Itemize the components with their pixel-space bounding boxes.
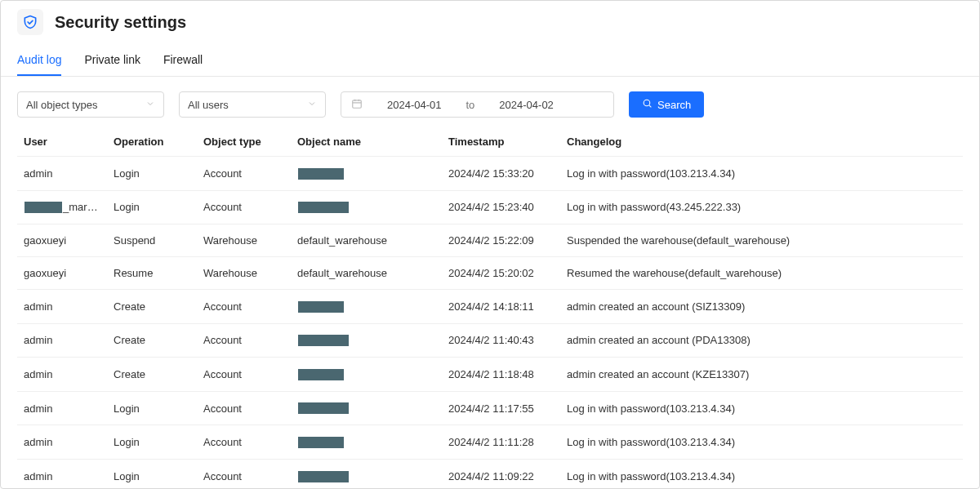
table-row: adminCreateAccount2024/4/2 14:18:11admin… (17, 290, 963, 324)
tab-audit-log[interactable]: Audit log (17, 47, 61, 76)
cell-object-name (291, 157, 442, 191)
cell-operation: Login (107, 190, 197, 224)
col-header-object-type: Object type (197, 126, 291, 157)
cell-changelog: admin created an account (PDA13308) (560, 323, 963, 358)
page-header: Security settings (1, 1, 979, 35)
cell-object-type: Account (197, 459, 291, 489)
cell-user-suffix: _mark... (63, 201, 101, 213)
cell-operation: Resume (107, 257, 197, 290)
cell-user: admin (17, 157, 107, 191)
col-header-changelog: Changelog (560, 126, 963, 157)
cell-timestamp: 2024/4/2 15:20:02 (442, 257, 560, 290)
cell-timestamp: 2024/4/2 15:23:40 (442, 190, 560, 224)
col-header-object-name: Object name (291, 126, 442, 157)
cell-object-type: Warehouse (197, 257, 291, 290)
cell-changelog: admin created an account (SIZ13309) (560, 290, 963, 324)
cell-object-type: Account (197, 425, 291, 460)
cell-object-name (291, 323, 442, 358)
table-row: _mark...LoginAccount2024/4/2 15:23:40Log… (17, 190, 963, 224)
cell-operation: Create (107, 290, 197, 324)
cell-object-type: Warehouse (197, 224, 291, 257)
cell-operation: Login (107, 425, 197, 460)
date-range-start: 2024-04-01 (387, 99, 442, 111)
cell-changelog: Suspended the warehouse(default_warehous… (560, 224, 963, 257)
cell-timestamp: 2024/4/2 11:18:48 (442, 358, 560, 392)
cell-user: admin (17, 358, 107, 392)
cell-changelog: Log in with password(43.245.222.33) (560, 190, 963, 224)
cell-object-name (291, 190, 442, 224)
table-header-row: User Operation Object type Object name T… (17, 126, 963, 157)
redacted-block (297, 201, 350, 214)
chevron-down-icon (307, 99, 317, 111)
cell-changelog: Resumed the warehouse(default_warehouse) (560, 257, 963, 290)
col-header-operation: Operation (107, 126, 197, 157)
search-button-label: Search (657, 99, 691, 111)
tab-firewall[interactable]: Firewall (163, 47, 203, 76)
cell-timestamp: 2024/4/2 15:22:09 (442, 224, 560, 257)
redacted-block (297, 334, 350, 347)
cell-object-type: Account (197, 358, 291, 392)
search-button[interactable]: Search (629, 91, 704, 118)
cell-changelog: admin created an account (KZE13307) (560, 358, 963, 392)
table-row: gaoxueyiResumeWarehousedefault_warehouse… (17, 257, 963, 290)
cell-timestamp: 2024/4/2 11:17:55 (442, 391, 560, 425)
tab-private-link[interactable]: Private link (84, 47, 140, 76)
cell-user: _mark... (17, 190, 107, 224)
cell-object-name: default_warehouse (291, 224, 442, 257)
cell-operation: Create (107, 323, 197, 358)
page-title: Security settings (55, 13, 186, 32)
svg-line-5 (649, 105, 651, 107)
cell-object-name (291, 290, 442, 324)
redacted-block (297, 167, 345, 180)
tabs: Audit log Private link Firewall (1, 35, 979, 77)
cell-operation: Login (107, 391, 197, 425)
cell-object-type: Account (197, 190, 291, 224)
cell-changelog: Log in with password(103.213.4.34) (560, 391, 963, 425)
table-row: adminLoginAccount2024/4/2 15:33:20Log in… (17, 157, 963, 191)
cell-object-name (291, 459, 442, 489)
redacted-block (24, 201, 63, 214)
filter-user-select[interactable]: All users (179, 91, 326, 118)
cell-object-type: Account (197, 323, 291, 358)
filter-date-range[interactable]: 2024-04-01 to 2024-04-02 (341, 91, 614, 118)
cell-object-name (291, 391, 442, 425)
filter-object-type-value: All object types (26, 99, 97, 111)
col-header-timestamp: Timestamp (442, 126, 560, 157)
audit-log-table: User Operation Object type Object name T… (17, 126, 963, 489)
cell-timestamp: 2024/4/2 15:33:20 (442, 157, 560, 191)
cell-changelog: Log in with password(103.213.4.34) (560, 425, 963, 460)
cell-object-type: Account (197, 290, 291, 324)
svg-rect-0 (353, 100, 362, 107)
svg-point-4 (644, 100, 650, 106)
cell-operation: Login (107, 157, 197, 191)
shield-icon (17, 9, 43, 35)
cell-user: admin (17, 459, 107, 489)
cell-timestamp: 2024/4/2 11:09:22 (442, 459, 560, 489)
cell-timestamp: 2024/4/2 11:40:43 (442, 323, 560, 358)
cell-user: gaoxueyi (17, 257, 107, 290)
search-icon (642, 98, 653, 111)
filter-user-value: All users (188, 99, 229, 111)
table-row: adminCreateAccount2024/4/2 11:40:43admin… (17, 323, 963, 358)
cell-object-type: Account (197, 157, 291, 191)
table-row: gaoxueyiSuspendWarehousedefault_warehous… (17, 224, 963, 257)
table-row: adminLoginAccount2024/4/2 11:11:28Log in… (17, 425, 963, 460)
cell-operation: Suspend (107, 224, 197, 257)
date-range-separator: to (466, 99, 475, 111)
redacted-block (297, 402, 350, 415)
cell-user: admin (17, 290, 107, 324)
filter-object-type-select[interactable]: All object types (17, 91, 164, 118)
cell-object-type: Account (197, 391, 291, 425)
chevron-down-icon (145, 99, 155, 111)
calendar-icon (351, 98, 363, 112)
cell-timestamp: 2024/4/2 11:11:28 (442, 425, 560, 460)
table-row: adminLoginAccount2024/4/2 11:17:55Log in… (17, 391, 963, 425)
table-row: adminLoginAccount2024/4/2 11:09:22Log in… (17, 459, 963, 489)
cell-operation: Create (107, 358, 197, 392)
table-row: adminCreateAccount2024/4/2 11:18:48admin… (17, 358, 963, 392)
cell-object-name (291, 425, 442, 460)
cell-object-name (291, 358, 442, 392)
cell-timestamp: 2024/4/2 14:18:11 (442, 290, 560, 324)
cell-user: admin (17, 425, 107, 460)
redacted-block (297, 300, 345, 313)
